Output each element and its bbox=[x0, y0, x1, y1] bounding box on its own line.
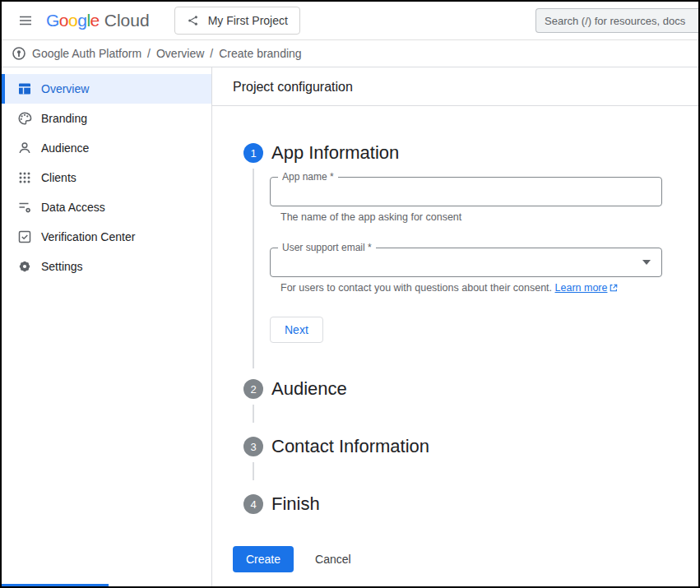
sidebar-item-settings[interactable]: Settings bbox=[2, 252, 211, 281]
main-panel: Project configuration 1 App Information … bbox=[212, 67, 698, 586]
data-access-icon bbox=[17, 200, 32, 215]
logo-letter: g bbox=[77, 11, 86, 30]
step-header: 2 Audience bbox=[243, 378, 698, 400]
form-actions: Create Cancel bbox=[233, 546, 698, 572]
step-number-badge: 1 bbox=[243, 143, 263, 163]
breadcrumb-separator: / bbox=[147, 47, 151, 60]
sidebar-item-overview[interactable]: Overview bbox=[2, 74, 211, 104]
step-audience: 2 Audience bbox=[243, 378, 698, 400]
step-app-information: 1 App Information App name * The name of… bbox=[243, 142, 698, 343]
sidebar-item-data-access[interactable]: Data Access bbox=[2, 192, 211, 222]
sidebar-item-branding[interactable]: Branding bbox=[2, 104, 211, 133]
google-cloud-logo[interactable]: Google Cloud bbox=[46, 11, 150, 30]
next-button[interactable]: Next bbox=[270, 317, 323, 343]
learn-more-label: Learn more bbox=[555, 282, 608, 294]
sidebar: Overview Branding Audience bbox=[2, 67, 212, 586]
sidebar-item-audience[interactable]: Audience bbox=[2, 133, 211, 163]
step-contact-information: 3 Contact Information bbox=[243, 436, 698, 457]
sidebar-item-label: Data Access bbox=[41, 201, 105, 214]
step-title: Audience bbox=[271, 378, 347, 400]
support-email-helper-text: For users to contact you with questions … bbox=[280, 282, 698, 294]
bottom-progress-bar bbox=[2, 584, 109, 586]
step-header: 4 Finish bbox=[243, 493, 698, 515]
external-link-icon bbox=[609, 283, 619, 293]
logo-letter: o bbox=[68, 11, 77, 30]
gear-icon bbox=[17, 259, 32, 274]
cancel-button[interactable]: Cancel bbox=[315, 553, 351, 566]
sidebar-item-label: Settings bbox=[41, 260, 83, 273]
page-title-row: Project configuration bbox=[212, 67, 698, 106]
search-input[interactable] bbox=[535, 8, 698, 33]
project-selector-label: My First Project bbox=[208, 14, 288, 27]
logo-letter: G bbox=[46, 11, 59, 30]
step-connector-line bbox=[253, 462, 254, 480]
logo-letter: o bbox=[59, 11, 68, 30]
gcp-console-window: Google Cloud My First Project Google Aut… bbox=[0, 0, 700, 588]
menu-button[interactable] bbox=[10, 5, 41, 36]
app-name-helper-text: The name of the app asking for consent bbox=[280, 211, 698, 223]
step-connector-line bbox=[253, 169, 254, 368]
step-title: Contact Information bbox=[271, 436, 429, 457]
breadcrumb-item-overview[interactable]: Overview bbox=[156, 47, 204, 60]
support-email-label: User support email * bbox=[278, 242, 376, 254]
app-name-field: App name * bbox=[270, 177, 662, 206]
sidebar-item-verification-center[interactable]: Verification Center bbox=[2, 222, 211, 252]
page-title: Project configuration bbox=[233, 80, 698, 95]
apps-grid-icon bbox=[17, 170, 32, 185]
breadcrumb: Google Auth Platform / Overview / Create… bbox=[2, 40, 698, 67]
sidebar-item-label: Overview bbox=[41, 82, 89, 95]
selected-indicator bbox=[2, 74, 5, 104]
project-selector-button[interactable]: My First Project bbox=[174, 7, 300, 35]
breadcrumb-item-google-auth-platform[interactable]: Google Auth Platform bbox=[32, 47, 141, 60]
step-number-badge: 2 bbox=[243, 379, 263, 399]
sidebar-item-label: Clients bbox=[41, 171, 76, 184]
body-wrap: Overview Branding Audience bbox=[2, 67, 698, 586]
project-configuration-form: 1 App Information App name * The name of… bbox=[212, 106, 698, 572]
dropdown-caret-icon bbox=[642, 260, 651, 265]
breadcrumb-item-current: Create branding bbox=[219, 47, 301, 60]
step-number-badge: 4 bbox=[243, 494, 263, 514]
verification-check-icon bbox=[17, 229, 32, 244]
palette-icon bbox=[17, 111, 32, 126]
step-body: App name * The name of the app asking fo… bbox=[270, 164, 698, 343]
sidebar-item-label: Verification Center bbox=[41, 230, 135, 243]
sidebar-item-label: Branding bbox=[41, 112, 87, 125]
step-number-badge: 3 bbox=[243, 437, 263, 456]
breadcrumb-separator: / bbox=[210, 47, 213, 60]
app-name-input[interactable] bbox=[271, 178, 661, 206]
learn-more-link[interactable]: Learn more bbox=[555, 282, 619, 294]
step-connector-line bbox=[253, 405, 254, 423]
step-title: Finish bbox=[271, 493, 320, 515]
step-header: 1 App Information bbox=[243, 142, 698, 164]
sidebar-item-clients[interactable]: Clients bbox=[2, 163, 211, 192]
logo-letter: e bbox=[90, 11, 100, 30]
hamburger-icon bbox=[18, 13, 33, 28]
person-icon bbox=[17, 141, 32, 155]
step-header: 3 Contact Information bbox=[243, 436, 698, 457]
google-auth-platform-icon bbox=[12, 46, 26, 61]
project-icon bbox=[187, 14, 200, 27]
overview-icon bbox=[17, 81, 32, 96]
step-title: App Information bbox=[271, 142, 399, 164]
stepper: 1 App Information App name * The name of… bbox=[233, 142, 698, 515]
step-finish: 4 Finish bbox=[243, 493, 698, 515]
support-email-helper-body: For users to contact you with questions … bbox=[280, 282, 552, 294]
support-email-select[interactable]: User support email * bbox=[270, 248, 662, 277]
sidebar-item-label: Audience bbox=[41, 141, 89, 155]
top-bar: Google Cloud My First Project bbox=[2, 2, 698, 40]
logo-cloud-text: Cloud bbox=[104, 11, 150, 30]
create-button[interactable]: Create bbox=[233, 546, 294, 572]
